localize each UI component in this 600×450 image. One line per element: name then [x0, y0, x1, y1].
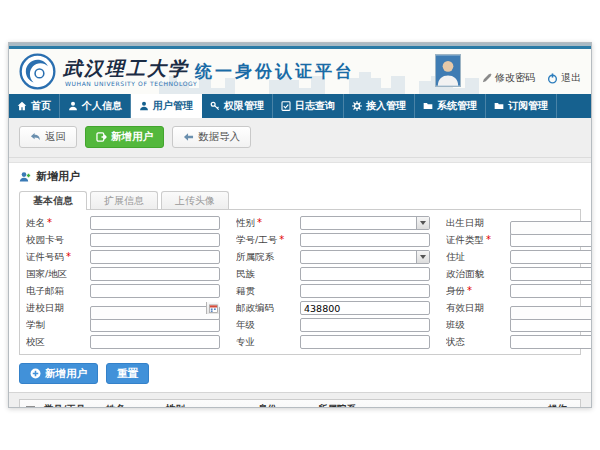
content-area: 返回 新增用户 数据导入 新增用户 基本信息 扩展信息 上传头像 [9, 118, 591, 408]
user-plus-icon [19, 171, 31, 183]
user-avatar [435, 54, 461, 87]
gender-field: 性别* [236, 216, 430, 230]
department-select[interactable] [300, 250, 430, 264]
field-label: 出生日期 [446, 217, 510, 230]
identity-input[interactable] [510, 284, 592, 298]
school-system-field: 学制 [26, 318, 220, 332]
student-id-input[interactable] [300, 233, 430, 247]
campus-input[interactable] [90, 335, 220, 349]
data-import-button[interactable]: 数据导入 [172, 126, 251, 148]
enroll-date-input[interactable] [90, 306, 220, 320]
ethnicity-field: 民族 [236, 267, 430, 281]
country-region-input[interactable] [90, 267, 220, 281]
select-all-checkbox[interactable] [26, 406, 35, 408]
name-input[interactable] [90, 216, 220, 230]
id-type-field: 证件类型* [446, 233, 592, 247]
basic-info-form: 姓名* 性别* 出生日期 校园卡号 [19, 209, 581, 355]
nav-item-personal-info[interactable]: 个人信息 [60, 94, 131, 118]
chevron-down-icon[interactable] [416, 217, 429, 229]
panel-title-text: 新增用户 [36, 169, 80, 184]
university-name: 武汉理工大学 [63, 56, 189, 82]
ethnicity-input[interactable] [300, 267, 430, 281]
grade-input[interactable] [300, 318, 430, 332]
id-number-input[interactable] [90, 250, 220, 264]
platform-title: 统一身份认证平台 [195, 60, 355, 83]
submit-add-user-button[interactable]: 新增用户 [19, 363, 98, 384]
address-field: 住址 [446, 250, 592, 264]
birth-date-field: 出生日期 [446, 216, 592, 230]
nav-item-subscription-management[interactable]: 订阅管理 [486, 94, 557, 118]
logout-label: 退出 [561, 71, 581, 85]
political-status-input[interactable] [510, 267, 592, 281]
change-password-label: 修改密码 [495, 71, 535, 85]
field-label: 电子邮箱 [26, 285, 90, 298]
chevron-down-icon[interactable] [416, 251, 429, 263]
field-label: 学号/工号* [236, 234, 300, 247]
nav-label: 权限管理 [224, 99, 264, 113]
field-label: 身份* [446, 285, 510, 298]
field-label: 有效日期 [446, 302, 510, 315]
country-region-field: 国家/地区 [26, 267, 220, 281]
tab-basic-info[interactable]: 基本信息 [19, 191, 87, 210]
nav-item-system-management[interactable]: 系统管理 [415, 94, 486, 118]
school-system-input[interactable] [90, 318, 220, 332]
column-header-identity: 身份 [254, 400, 314, 408]
class-input[interactable] [510, 318, 592, 332]
field-label: 住址 [446, 251, 510, 264]
back-label: 返回 [45, 130, 66, 144]
nav-item-access-management[interactable]: 接入管理 [344, 94, 415, 118]
form-actions: 新增用户 重置 [19, 363, 581, 384]
tab-extended-info[interactable]: 扩展信息 [90, 191, 158, 209]
table-header-row: 学号/工号 姓名 性别 身份 所属院系 操作 [20, 400, 580, 408]
home-icon [17, 101, 27, 111]
birth-date-input[interactable] [510, 221, 592, 235]
class-field: 班级 [446, 318, 592, 332]
tab-upload-avatar[interactable]: 上传头像 [161, 191, 229, 209]
major-input[interactable] [300, 335, 430, 349]
postal-code-input[interactable] [300, 301, 430, 315]
reset-button[interactable]: 重置 [106, 363, 149, 384]
change-password-link[interactable]: 修改密码 [482, 71, 535, 85]
plus-circle-icon [30, 368, 41, 379]
department-field: 所属院系 [236, 250, 430, 264]
field-label: 证件号码* [26, 251, 90, 264]
field-label: 政治面貌 [446, 268, 510, 281]
add-user-toolbar-button[interactable]: 新增用户 [85, 126, 164, 148]
nav-label: 首页 [31, 99, 51, 113]
address-input[interactable] [510, 250, 592, 264]
reset-label: 重置 [117, 367, 138, 381]
native-place-input[interactable] [300, 284, 430, 298]
back-button[interactable]: 返回 [19, 126, 77, 148]
id-type-input[interactable] [510, 233, 592, 247]
key-icon [210, 101, 220, 111]
email-field: 电子邮箱 [26, 284, 220, 298]
nav-item-user-management[interactable]: 用户管理 [131, 94, 202, 118]
required-asterisk: * [66, 251, 71, 262]
nav-item-home[interactable]: 首页 [9, 94, 60, 118]
logout-link[interactable]: 退出 [547, 71, 581, 85]
data-import-label: 数据导入 [198, 130, 240, 144]
status-input[interactable] [510, 335, 592, 349]
field-label: 证件类型* [446, 234, 510, 247]
power-icon [547, 73, 558, 84]
nav-label: 系统管理 [437, 99, 477, 113]
add-user-icon [96, 132, 107, 142]
id-number-field: 证件号码* [26, 250, 220, 264]
calendar-icon[interactable] [206, 302, 219, 314]
email-input[interactable] [90, 284, 220, 298]
folder-icon [423, 101, 433, 111]
nav-item-permission-management[interactable]: 权限管理 [202, 94, 273, 118]
field-label: 国家/地区 [26, 268, 90, 281]
field-label: 状态 [446, 336, 510, 349]
nav-item-log-query[interactable]: 日志查询 [273, 94, 344, 118]
campus-card-input[interactable] [90, 233, 220, 247]
header: 武汉理工大学 WUHAN UNIVERSITY OF TECHNOLOGY 统一… [9, 49, 591, 94]
field-label: 校园卡号 [26, 234, 90, 247]
app-window: 武汉理工大学 WUHAN UNIVERSITY OF TECHNOLOGY 统一… [8, 42, 592, 408]
valid-date-input[interactable] [510, 306, 592, 320]
required-asterisk: * [467, 285, 472, 296]
required-asterisk: * [257, 217, 262, 228]
campus-card-field: 校园卡号 [26, 233, 220, 247]
field-label: 班级 [446, 319, 510, 332]
gender-select[interactable] [300, 216, 430, 230]
